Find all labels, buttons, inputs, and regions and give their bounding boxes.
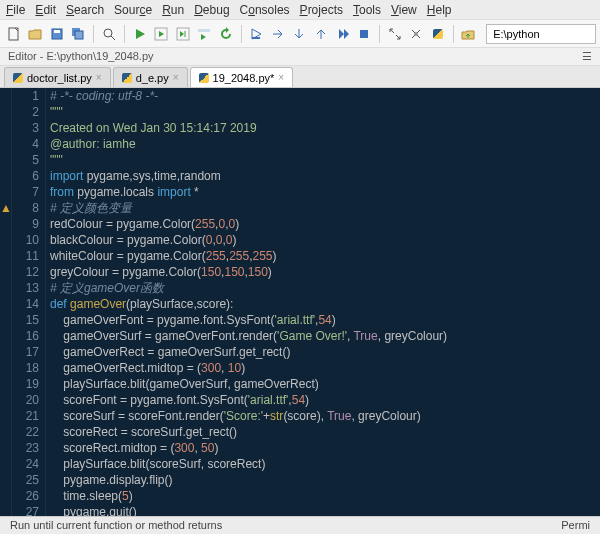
close-icon[interactable]: × — [173, 72, 179, 83]
debug-continue-icon[interactable] — [333, 24, 353, 44]
svg-point-13 — [414, 32, 418, 36]
line-number-gutter: 1234567891011121314151617181920212223242… — [12, 88, 46, 516]
find-icon[interactable] — [99, 24, 119, 44]
open-file-icon[interactable] — [26, 24, 46, 44]
pythonpath-icon[interactable] — [428, 24, 448, 44]
tab-doctor_list-py[interactable]: doctor_list.py× — [4, 67, 111, 87]
menu-search[interactable]: Search — [66, 3, 104, 17]
working-dir-text: E:\python — [493, 28, 539, 40]
debug-step-out-icon[interactable] — [311, 24, 331, 44]
menu-view[interactable]: View — [391, 3, 417, 17]
rerun-icon[interactable] — [216, 24, 236, 44]
menu-debug[interactable]: Debug — [194, 3, 229, 17]
editor-title-bar: Editor - E:\python\19_2048.py ☰ — [0, 48, 600, 66]
menu-run[interactable]: Run — [162, 3, 184, 17]
options-icon[interactable]: ☰ — [582, 50, 592, 63]
menu-tools[interactable]: Tools — [353, 3, 381, 17]
menu-edit[interactable]: Edit — [35, 3, 56, 17]
python-file-icon — [199, 73, 209, 83]
status-right: Permi — [561, 519, 590, 532]
debug-step-into-icon[interactable] — [290, 24, 310, 44]
menu-help[interactable]: Help — [427, 3, 452, 17]
maximize-icon[interactable] — [385, 24, 405, 44]
menu-bar: File Edit Search Source Run Debug Consol… — [0, 0, 600, 20]
close-icon[interactable]: × — [278, 72, 284, 83]
tab-d_e-py[interactable]: d_e.py× — [113, 67, 188, 87]
editor-path-label: Editor - E:\python\19_2048.py — [8, 50, 154, 63]
tab-19_2048-py[interactable]: 19_2048.py*× — [190, 67, 294, 87]
run-cell-icon[interactable] — [151, 24, 171, 44]
save-all-icon[interactable] — [69, 24, 89, 44]
svg-rect-12 — [360, 30, 368, 38]
working-dir-input[interactable]: E:\python — [486, 24, 596, 44]
new-file-icon[interactable] — [4, 24, 24, 44]
svg-line-6 — [111, 36, 115, 40]
run-icon[interactable] — [130, 24, 150, 44]
save-icon[interactable] — [47, 24, 67, 44]
svg-rect-10 — [198, 29, 210, 32]
menu-consoles[interactable]: Consoles — [240, 3, 290, 17]
debug-icon[interactable] — [247, 24, 267, 44]
close-icon[interactable]: × — [96, 72, 102, 83]
editor-tabs: doctor_list.py×d_e.py×19_2048.py*× — [0, 66, 600, 88]
menu-source[interactable]: Source — [114, 3, 152, 17]
code-editor[interactable]: ▲ 12345678910111213141516171819202122232… — [0, 88, 600, 516]
python-file-icon — [13, 73, 23, 83]
python-file-icon — [122, 73, 132, 83]
status-bar: Run until current function or method ret… — [0, 516, 600, 534]
debug-stop-icon[interactable] — [354, 24, 374, 44]
folder-up-icon[interactable] — [459, 24, 479, 44]
preferences-icon[interactable] — [407, 24, 427, 44]
menu-file[interactable]: File — [6, 3, 25, 17]
run-selection-icon[interactable] — [194, 24, 214, 44]
run-cell-advance-icon[interactable] — [173, 24, 193, 44]
menu-projects[interactable]: Projects — [300, 3, 343, 17]
svg-point-5 — [104, 29, 112, 37]
svg-rect-4 — [75, 31, 83, 39]
code-content[interactable]: # -*- coding: utf-8 -*-"""Created on Wed… — [46, 88, 600, 516]
toolbar: E:\python — [0, 20, 600, 48]
svg-rect-2 — [54, 30, 60, 33]
status-text: Run until current function or method ret… — [10, 519, 222, 532]
debug-next-icon[interactable] — [268, 24, 288, 44]
